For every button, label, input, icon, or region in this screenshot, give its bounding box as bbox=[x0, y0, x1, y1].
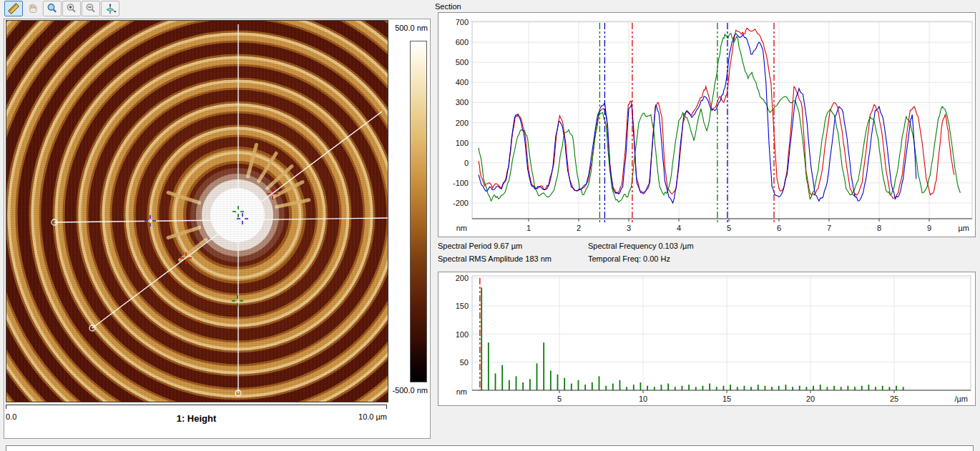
svg-text:nm: nm bbox=[456, 387, 467, 396]
spectral-frequency-value: Spectral Frequency 0.103 /µm bbox=[588, 242, 694, 250]
svg-text:9: 9 bbox=[927, 224, 931, 232]
ruler-tool-button[interactable] bbox=[4, 1, 23, 16]
svg-text:6: 6 bbox=[777, 224, 781, 232]
svg-text:-100: -100 bbox=[453, 179, 469, 187]
spectral-rms-amplitude-value: Spectral RMS Amplitude 183 nm bbox=[438, 254, 552, 263]
svg-text:400: 400 bbox=[456, 78, 469, 86]
colorbar-max-label: 500.0 nm bbox=[371, 24, 428, 32]
svg-text:15: 15 bbox=[722, 395, 731, 403]
svg-text:10: 10 bbox=[639, 395, 647, 403]
image-caption: 1: Height bbox=[6, 413, 387, 424]
svg-text:7: 7 bbox=[827, 224, 831, 232]
nanoscope-section-window: 500.0 nm -500.0 nm 0.0 10.0 µm 1: Height… bbox=[0, 0, 980, 451]
colorbar-min-label: -500.0 nm bbox=[366, 386, 428, 395]
pan-tool-button[interactable] bbox=[24, 1, 42, 16]
svg-text:200: 200 bbox=[456, 274, 469, 282]
blue-horizontal-trace bbox=[479, 34, 916, 203]
zoom-tool-button[interactable] bbox=[43, 1, 62, 16]
svg-text:0: 0 bbox=[464, 159, 469, 167]
svg-text:500: 500 bbox=[456, 58, 469, 66]
height-colorbar bbox=[410, 41, 427, 382]
svg-text:2: 2 bbox=[577, 224, 581, 232]
svg-text:8: 8 bbox=[877, 224, 881, 232]
afm-height-image[interactable] bbox=[6, 20, 388, 402]
svg-text:200: 200 bbox=[456, 119, 469, 127]
magnifier-icon bbox=[46, 3, 58, 14]
svg-text:-200: -200 bbox=[453, 199, 469, 207]
hand-icon bbox=[27, 3, 39, 14]
svg-text:100: 100 bbox=[456, 139, 469, 147]
svg-text:4: 4 bbox=[677, 224, 681, 232]
section-gridlines bbox=[472, 21, 972, 219]
red-diagonal-trace bbox=[479, 28, 954, 198]
svg-text:150: 150 bbox=[456, 302, 469, 310]
svg-text:20: 20 bbox=[806, 395, 815, 403]
svg-text:1: 1 bbox=[526, 224, 531, 232]
zoom-out-tool-button[interactable] bbox=[82, 1, 100, 16]
spectral-period-value: Spectral Period 9.67 µm bbox=[438, 242, 522, 250]
section-chart-cursor-lines[interactable] bbox=[599, 23, 774, 224]
svg-text:100: 100 bbox=[456, 330, 469, 339]
svg-text:600: 600 bbox=[456, 38, 469, 46]
ruler-icon bbox=[8, 3, 19, 14]
afm-image-canvas bbox=[6, 21, 388, 402]
offset-marker-icon bbox=[104, 3, 117, 14]
svg-text:3: 3 bbox=[627, 224, 631, 232]
svg-text:5: 5 bbox=[727, 224, 731, 232]
next-panel-edge bbox=[6, 445, 974, 451]
svg-text:25: 25 bbox=[890, 395, 898, 403]
image-x-axis-bracket bbox=[6, 405, 387, 409]
svg-text:50: 50 bbox=[460, 358, 469, 367]
temporal-frequency-value: Temporal Freq: 0.00 Hz bbox=[588, 254, 670, 263]
spectrum-gridlines bbox=[472, 276, 971, 390]
power-spectrum-chart[interactable]: 50100150200510152025nm/µm bbox=[438, 272, 976, 406]
svg-text:300: 300 bbox=[456, 98, 469, 106]
section-panel-title: Section bbox=[435, 2, 461, 11]
svg-text:nm: nm bbox=[456, 224, 467, 232]
zoom-out-icon bbox=[85, 3, 97, 14]
svg-text:µm: µm bbox=[958, 224, 969, 232]
afm-center-peak bbox=[190, 168, 285, 262]
section-profile-chart[interactable]: 7006005004003002001000-100-200123456789n… bbox=[438, 12, 976, 237]
svg-text:/µm: /µm bbox=[954, 395, 968, 403]
spectrum-bars bbox=[481, 287, 903, 390]
zoom-in-tool-button[interactable] bbox=[62, 1, 81, 16]
spectrum-axis-labels: 50100150200510152025nm/µm bbox=[456, 274, 968, 403]
svg-text:700: 700 bbox=[456, 18, 469, 26]
zoom-in-icon bbox=[66, 3, 77, 14]
svg-text:5: 5 bbox=[557, 395, 562, 403]
image-toolbar bbox=[4, 1, 119, 18]
offset-tool-button[interactable] bbox=[101, 1, 119, 16]
section-axis-labels: 7006005004003002001000-100-200123456789n… bbox=[453, 18, 969, 232]
